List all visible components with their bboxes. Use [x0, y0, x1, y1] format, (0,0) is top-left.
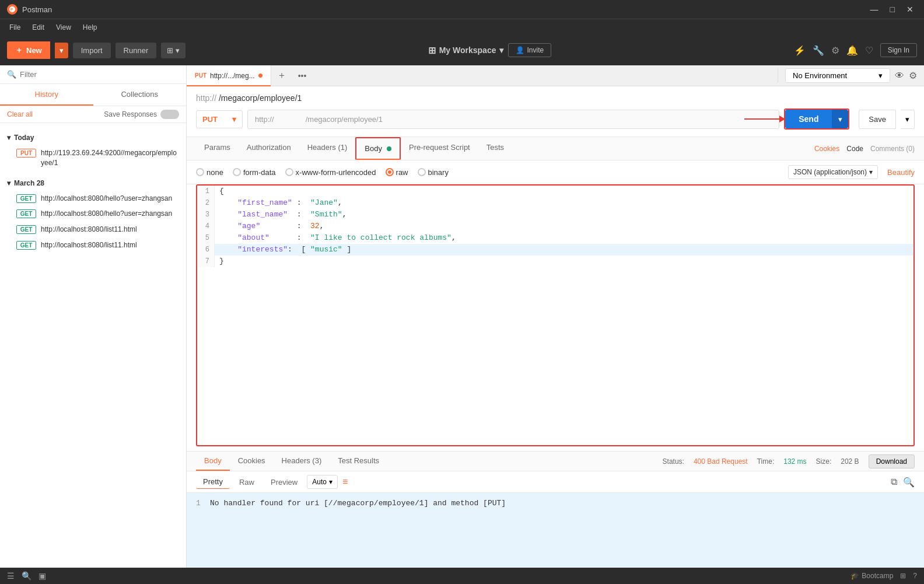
chevron-down-icon2: ▾ [7, 179, 10, 187]
tab-add-button[interactable]: ＋ [271, 69, 292, 82]
radio-urlencoded-circle [285, 168, 293, 176]
bootcamp-button[interactable]: 🎓 Bootcamp [850, 572, 893, 580]
list-item[interactable]: GET http://localhost:8080/hello?user=zha… [0, 191, 186, 207]
save-caret-button[interactable]: ▾ [901, 110, 915, 129]
menu-file[interactable]: File [5, 22, 25, 33]
bottom-bar: ☰ 🔍 ▣ 🎓 Bootcamp ⊞ ? [0, 568, 924, 584]
resp-tab-body[interactable]: Body [196, 452, 230, 471]
settings-icon[interactable]: ⚙ [831, 45, 839, 56]
raw-button[interactable]: Raw [232, 475, 261, 489]
title-bar-controls: — □ ✕ [867, 4, 917, 15]
bootcamp-icon: 🎓 [850, 572, 859, 580]
maximize-button[interactable]: □ [887, 4, 898, 15]
plus-icon: ＋ [15, 45, 23, 55]
save-responses-toggle[interactable] [160, 110, 179, 119]
wrap-icon[interactable]: ≡ [342, 477, 348, 487]
eye-icon[interactable]: 👁 [895, 71, 904, 81]
beautify-button[interactable]: Beautify [887, 168, 915, 177]
json-type-select[interactable]: JSON (application/json) ▾ [788, 165, 878, 179]
history-tab[interactable]: History [0, 84, 93, 106]
history-url3: http://localhost:8080/list11.html [41, 225, 137, 235]
resp-tab-headers[interactable]: Headers (3) [274, 452, 330, 471]
toolbar-right: ⚡ 🔧 ⚙ 🔔 ♡ Sign In [794, 43, 917, 57]
send-caret-button[interactable]: ▾ [832, 110, 848, 128]
resp-line-1: 1 No handler found for uri [//megacorp/e… [196, 498, 915, 509]
list-item[interactable]: GET http://localhost:8080/list11.html [0, 237, 186, 253]
list-item[interactable]: GET http://localhost:8080/list11.html [0, 222, 186, 237]
tab-headers[interactable]: Headers (1) [299, 137, 356, 160]
sync-icon[interactable]: ⚡ [794, 45, 806, 56]
code-editor[interactable]: 1 { 2 "first_name" : "Jane", 3 "last_nam… [196, 184, 915, 446]
pretty-button[interactable]: Pretty [196, 475, 230, 489]
menu-view[interactable]: View [51, 22, 76, 33]
tab-method-label: PUT [195, 72, 206, 79]
method-badge-put: PUT [16, 149, 36, 158]
top-toolbar: ＋ New ▾ Import Runner ⊞ ▾ ⊞ My Workspace… [0, 35, 924, 65]
method-caret: ▾ [232, 115, 236, 124]
radio-raw[interactable]: raw [386, 168, 408, 177]
sidebar-toggle-icon[interactable]: ☰ [7, 571, 15, 580]
tab-more-button[interactable]: ••• [292, 71, 313, 81]
list-item[interactable]: GET http://localhost:8080/hello?user=zha… [0, 206, 186, 222]
app-title: Postman [22, 5, 52, 14]
url-input[interactable]: http:// /megacorp/employee/1 [247, 110, 779, 129]
tab-pre-request[interactable]: Pre-request Script [401, 137, 478, 160]
code-line-3: 3 "last_name" : "Smith", [197, 209, 914, 221]
radio-binary[interactable]: binary [418, 168, 449, 177]
menu-edit[interactable]: Edit [27, 22, 49, 33]
environment-selector[interactable]: No Environment ▾ [785, 68, 890, 83]
cookies-link[interactable]: Cookies [814, 145, 839, 153]
new-caret-button[interactable]: ▾ [55, 43, 68, 58]
resp-tab-test-results[interactable]: Test Results [330, 452, 387, 471]
radio-none[interactable]: none [196, 168, 223, 177]
request-tab[interactable]: PUT http://.../meg... [187, 65, 271, 86]
method-select[interactable]: PUT ▾ [196, 110, 243, 128]
invite-button[interactable]: 👤 Invite [508, 43, 551, 57]
layout-caret: ▾ [176, 46, 180, 55]
collections-tab[interactable]: Collections [93, 84, 187, 106]
send-button[interactable]: Send [785, 110, 832, 128]
comments-link[interactable]: Comments (0) [870, 145, 915, 153]
help-icon[interactable]: ? [913, 572, 917, 580]
grid-icon[interactable]: ⊞ [900, 572, 906, 580]
notifications-icon[interactable]: 🔔 [846, 45, 858, 56]
bottom-left: ☰ 🔍 ▣ [7, 571, 46, 580]
auto-select[interactable]: Auto ▾ [307, 475, 338, 489]
tab-authorization[interactable]: Authorization [239, 137, 299, 160]
save-button[interactable]: Save [859, 110, 896, 129]
send-group: Send ▾ [784, 109, 849, 130]
minimize-button[interactable]: — [867, 4, 882, 15]
sign-in-button[interactable]: Sign In [880, 43, 917, 57]
layout-button[interactable]: ⊞ ▾ [161, 43, 186, 58]
radio-urlencoded[interactable]: x-www-form-urlencoded [285, 168, 376, 177]
new-button[interactable]: ＋ New [7, 41, 50, 59]
tools-icon[interactable]: 🔧 [813, 45, 824, 56]
workspace-button[interactable]: ⊞ My Workspace ▾ [428, 45, 504, 56]
runner-button[interactable]: Runner [116, 43, 157, 58]
clear-all-button[interactable]: Clear all [7, 110, 33, 118]
request-url-full: http:// /megacorp/employee/1 [196, 93, 915, 103]
request-nav-tabs: Params Authorization Headers (1) Body Pr… [187, 137, 924, 160]
import-button[interactable]: Import [73, 43, 111, 58]
tab-tests[interactable]: Tests [478, 137, 512, 160]
resp-tab-cookies[interactable]: Cookies [230, 452, 274, 471]
settings-gear-icon[interactable]: ⚙ [909, 70, 917, 81]
radio-form-data[interactable]: form-data [233, 168, 276, 177]
filter-input[interactable] [20, 70, 179, 79]
heart-icon[interactable]: ♡ [865, 45, 873, 56]
download-button[interactable]: Download [869, 454, 915, 468]
today-group-title[interactable]: ▾ Today [0, 130, 186, 145]
console-icon[interactable]: ▣ [38, 571, 46, 580]
copy-icon[interactable]: ⧉ [891, 477, 897, 488]
tab-params[interactable]: Params [196, 137, 239, 160]
menu-help[interactable]: Help [78, 22, 102, 33]
march28-group-title[interactable]: ▾ March 28 [0, 176, 186, 191]
close-button[interactable]: ✕ [903, 4, 917, 15]
code-link[interactable]: Code [846, 145, 863, 153]
preview-button[interactable]: Preview [264, 475, 304, 489]
history-item-put[interactable]: PUT http://119.23.69.244:9200//megacorp/… [0, 145, 186, 171]
environment-label: No Environment [793, 71, 847, 80]
search-response-icon[interactable]: 🔍 [903, 477, 915, 488]
tab-body[interactable]: Body [355, 137, 401, 160]
search-bottom-icon[interactable]: 🔍 [22, 571, 32, 580]
